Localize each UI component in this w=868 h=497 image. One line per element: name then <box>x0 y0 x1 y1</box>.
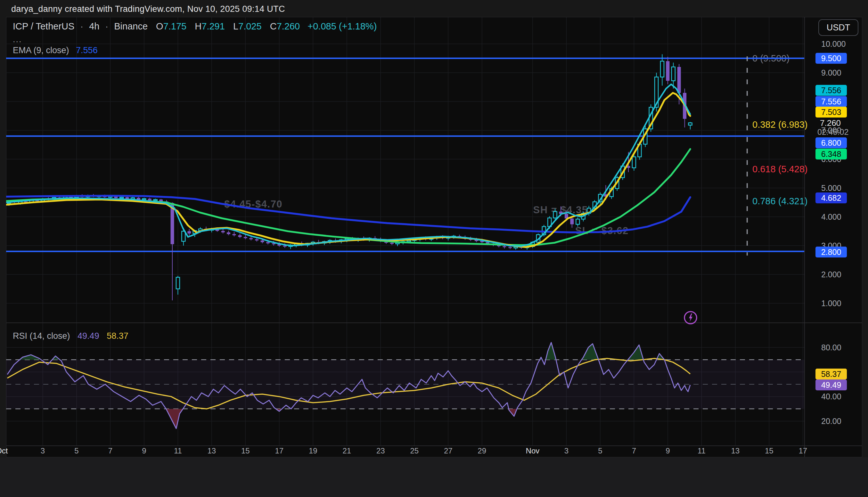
rsi-value: 49.49 <box>77 331 99 341</box>
low-value: 7.025 <box>238 21 262 31</box>
price-tick: 1.000 <box>821 299 841 308</box>
high-label: H <box>195 21 201 31</box>
price-tick: 4.000 <box>821 212 841 221</box>
rsi-badge: 49.49 <box>815 380 847 390</box>
time-tick: 9 <box>666 446 670 455</box>
price-badge: 9.500 <box>815 53 847 64</box>
time-tick: 13 <box>208 446 216 455</box>
ema-legend[interactable]: EMA (9, close) 7.556 <box>13 45 98 55</box>
time-tick: 3 <box>41 446 45 455</box>
price-tick: 5.000 <box>821 184 841 193</box>
time-tick: 9 <box>142 446 146 455</box>
time-tick: 15 <box>765 446 773 455</box>
price-badge: 6.800 <box>815 137 847 148</box>
last-price-label: 7.260 <box>820 118 841 128</box>
price-badge: 7.556 <box>815 85 847 96</box>
rsi-tick: 80.00 <box>821 343 841 352</box>
chart-canvas[interactable]: 0 (9.500)0.382 (6.983)0.618 (5.428)0.786… <box>0 0 868 497</box>
price-badge: 7.503 <box>815 106 847 117</box>
price-badge: 4.682 <box>815 193 847 203</box>
legend-more-button[interactable]: ... <box>13 34 22 44</box>
currency-toggle-button[interactable]: USDT <box>819 19 858 36</box>
price-badge: 7.556 <box>815 96 847 107</box>
time-tick: 5 <box>598 446 602 455</box>
time-tick: 17 <box>275 446 283 455</box>
rsi-tick: 40.00 <box>821 392 841 401</box>
time-tick: Oct <box>0 446 8 455</box>
rsi-legend[interactable]: RSI (14, close) 49.49 58.37 <box>13 331 128 341</box>
time-tick: 21 <box>342 446 351 455</box>
time-tick: 11 <box>174 446 182 455</box>
bar-countdown: 02:45:02 <box>817 127 849 137</box>
ema-label: EMA (9, close) <box>13 45 69 55</box>
close-label: C <box>270 21 277 31</box>
boost-lightning-icon[interactable] <box>683 310 698 325</box>
time-tick: 19 <box>309 446 317 455</box>
fib-label: 0.786 (4.321) <box>752 196 808 206</box>
price-badge: 6.348 <box>815 148 847 159</box>
price-tick: 10.000 <box>821 39 845 48</box>
time-tick: 11 <box>698 446 706 455</box>
time-tick: 17 <box>798 446 807 455</box>
symbol-legend[interactable]: ICP / TetherUS · 4h · Binance O7.175 H7.… <box>13 21 377 32</box>
tradingview-screenshot: darya_danny created with TradingView.com… <box>0 0 868 497</box>
rsi-ma-value: 58.37 <box>106 331 128 341</box>
fib-label: 0.618 (5.428) <box>752 164 808 174</box>
rsi-tick: 20.00 <box>821 417 841 426</box>
ema-value: 7.556 <box>76 45 98 55</box>
change-value: +0.085 (+1.18%) <box>308 21 377 31</box>
exchange-label: Binance <box>114 21 148 31</box>
legend-separator-2: · <box>105 21 108 31</box>
ema-9-cyan <box>7 84 690 246</box>
symbol-title[interactable]: ICP / TetherUS <box>13 21 74 31</box>
price-badge: 2.800 <box>815 246 847 257</box>
close-value: 7.260 <box>277 21 300 31</box>
time-tick: 15 <box>241 446 250 455</box>
fib-label: 0.382 (6.983) <box>752 119 808 130</box>
time-tick: 3 <box>564 446 569 455</box>
time-tick: 13 <box>731 446 740 455</box>
time-tick: 27 <box>444 446 453 455</box>
time-tick: 23 <box>376 446 385 455</box>
legend-separator: · <box>80 21 83 31</box>
rsi-badge: 58.37 <box>815 369 847 380</box>
bottom-bar: TradingView <box>0 457 868 497</box>
time-tick: 29 <box>478 446 486 455</box>
rsi-label: RSI (14, close) <box>13 331 70 341</box>
ma-yellow <box>7 93 690 247</box>
high-value: 7.291 <box>201 21 225 31</box>
time-tick: 5 <box>74 446 79 455</box>
open-value: 7.175 <box>163 21 187 31</box>
time-tick: Nov <box>526 446 540 455</box>
low-label: L <box>233 21 238 31</box>
time-tick: 7 <box>632 446 636 455</box>
time-tick: 7 <box>108 446 112 455</box>
open-label: O <box>156 21 163 31</box>
price-tick: 9.000 <box>821 68 841 77</box>
interval-label[interactable]: 4h <box>89 21 99 31</box>
time-tick: 25 <box>410 446 418 455</box>
price-tick: 2.000 <box>821 270 841 279</box>
